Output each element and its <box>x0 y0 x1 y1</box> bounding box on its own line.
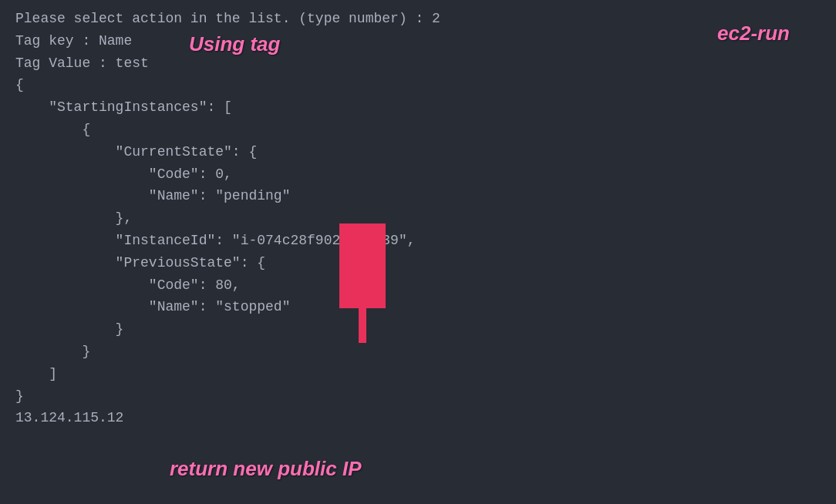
line-2: Tag key : Name <box>15 30 821 52</box>
line-8: "Code": 0, <box>15 163 821 186</box>
line-3: Tag Value : test <box>15 52 821 75</box>
line-7: "CurrentState": { <box>15 141 821 163</box>
line-5: "StartingInstances": [ <box>15 96 821 119</box>
line-12: "PreviousState": { <box>15 252 821 274</box>
line-14: "Name": "stopped" <box>15 296 821 318</box>
annotation-using-tag: Using tag <box>189 32 280 56</box>
annotation-return-ip: return new public IP <box>170 457 361 481</box>
line-4: { <box>15 74 821 96</box>
line-17: ] <box>15 363 821 385</box>
annotation-ec2-run: ec2-run <box>717 22 790 45</box>
line-16: } <box>15 341 821 363</box>
line-13: "Code": 80, <box>15 274 821 297</box>
line-6: { <box>15 119 821 141</box>
line-9: "Name": "pending" <box>15 185 821 207</box>
line-18: } <box>15 385 821 408</box>
line-11: "InstanceId": "i-074c28f90203a4c39", <box>15 230 821 252</box>
line-19: 13.124.115.12 <box>15 407 821 429</box>
line-15: } <box>15 318 821 341</box>
terminal-output: Please select action in the list. (type … <box>0 0 836 437</box>
arrow-indicator <box>339 223 386 347</box>
line-10: }, <box>15 207 821 230</box>
line-1: Please select action in the list. (type … <box>15 8 821 30</box>
